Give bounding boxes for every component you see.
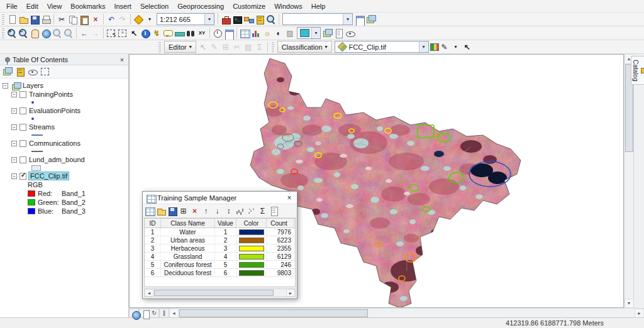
menu-file[interactable]: File (2, 1, 22, 11)
add-data-icon[interactable] (133, 14, 144, 25)
toolbar-grip[interactable] (158, 42, 161, 52)
table-row[interactable]: 3 Herbaceous 3 2355 (145, 244, 295, 253)
go-to-xy-icon[interactable]: XY (196, 28, 208, 39)
delete-icon[interactable]: × (90, 14, 101, 25)
list-by-selection-icon[interactable] (40, 66, 51, 77)
chevron-down-icon[interactable]: ▾ (311, 28, 320, 38)
dialog-title-bar[interactable]: Training Sample Manager × (143, 192, 297, 204)
add-basemap-icon[interactable] (365, 14, 377, 25)
time-slider-icon[interactable] (212, 28, 223, 39)
new-map-icon[interactable] (6, 14, 18, 25)
forward-extent-icon[interactable]: → (90, 28, 101, 39)
chevron-down-icon[interactable]: ▾ (204, 14, 214, 25)
class-color-swatch[interactable] (239, 238, 264, 243)
draw-polygon-sample-icon[interactable]: ✎ (439, 41, 450, 53)
catalog-window-icon[interactable] (254, 14, 265, 25)
table-row[interactable]: 5 Coniferous forest 5 246 (145, 261, 295, 269)
list-by-source-icon[interactable] (14, 66, 26, 77)
contrast-icon[interactable]: ◐ (273, 28, 284, 39)
layer-label[interactable]: EvaluationPoints (29, 107, 80, 114)
new-class-icon[interactable] (144, 205, 155, 216)
full-extent-icon[interactable] (40, 28, 52, 39)
expander-icon[interactable]: − (11, 173, 17, 179)
close-icon[interactable]: × (118, 55, 126, 64)
create-viewer-icon[interactable] (223, 28, 235, 39)
menu-edit[interactable]: Edit (22, 1, 43, 11)
menu-insert[interactable]: Insert (109, 1, 136, 11)
back-extent-icon[interactable]: ← (79, 28, 90, 39)
move-up-icon[interactable]: ↑ (201, 205, 211, 216)
scroll-left-icon[interactable]: ◄ (145, 289, 153, 297)
menu-help[interactable]: Help (307, 1, 330, 11)
cut-icon[interactable]: ✂ (56, 14, 67, 25)
pause-drawing-button[interactable]: ∥ (159, 309, 169, 318)
table-row[interactable]: 2 Urban areas 2 6223 (145, 236, 295, 244)
toolbar-grip[interactable] (272, 42, 274, 52)
layout-view-button[interactable] (139, 309, 149, 318)
split-tool-icon[interactable]: ✂ (231, 41, 243, 53)
scatterplot-icon[interactable] (246, 205, 257, 216)
python-window-icon[interactable]: >_ (231, 14, 243, 25)
find-icon[interactable] (185, 28, 196, 39)
layer-label[interactable]: Lund_adm_bound (29, 156, 85, 163)
viewer-window-icon[interactable] (354, 14, 365, 25)
list-by-visibility-icon[interactable] (27, 66, 38, 77)
table-row[interactable]: 1 Water 1 7976 (145, 228, 295, 236)
zoom-out-icon[interactable]: − (18, 28, 29, 39)
dialog-horizontal-scrollbar[interactable]: ◄ ► (144, 288, 296, 297)
pin-icon[interactable] (2, 55, 11, 64)
add-data-dropdown-icon[interactable]: ▾ (144, 14, 155, 25)
line-symbol[interactable] (31, 151, 43, 152)
save-icon[interactable] (29, 14, 40, 25)
undo-icon[interactable]: ↶ (106, 14, 117, 25)
identify-icon[interactable]: i (140, 28, 151, 39)
load-training-samples-icon[interactable] (155, 205, 166, 216)
menu-customize[interactable]: Customize (228, 1, 270, 11)
green-band-swatch[interactable] (28, 199, 35, 205)
classify-menu-icon[interactable]: ▾ (450, 41, 462, 53)
point-symbol[interactable] (31, 118, 34, 120)
training-sample-manager-icon[interactable] (430, 43, 439, 51)
menu-view[interactable]: View (43, 1, 67, 11)
menu-bookmarks[interactable]: Bookmarks (66, 1, 109, 11)
layer-checkbox[interactable] (19, 124, 26, 131)
catalog-tab[interactable]: Catalog (631, 56, 644, 85)
html-popup-icon[interactable] (162, 28, 174, 39)
menu-selection[interactable]: Selection (136, 1, 173, 11)
open-attribute-table-icon[interactable] (239, 28, 250, 39)
menu-geoprocessing[interactable]: Geoprocessing (173, 1, 228, 11)
point-symbol[interactable] (31, 101, 34, 104)
red-band-swatch[interactable] (28, 190, 35, 197)
layer-checkbox[interactable] (19, 91, 26, 98)
fixed-zoom-in-icon[interactable] (52, 28, 63, 39)
polygon-symbol[interactable] (31, 165, 41, 171)
sort-icon[interactable]: ↕ (223, 205, 234, 216)
data-view-button[interactable] (129, 309, 139, 318)
zoom-in-icon[interactable]: + (6, 28, 18, 39)
measure-icon[interactable] (174, 28, 185, 39)
layer-checkbox[interactable] (19, 107, 26, 114)
close-icon[interactable]: × (284, 194, 294, 202)
scroll-down-icon[interactable]: ▼ (625, 298, 634, 308)
edit-tool-icon[interactable]: ↖ (197, 41, 209, 53)
class-color-swatch[interactable] (239, 246, 264, 251)
layer-label[interactable]: Communications (29, 139, 80, 147)
statistics-icon[interactable]: Σ (257, 205, 268, 216)
redo-icon[interactable]: ↷ (117, 14, 128, 25)
pan-icon[interactable] (29, 28, 40, 39)
interactive-classify-icon[interactable]: ↖ (462, 41, 473, 53)
line-symbol[interactable] (31, 134, 43, 136)
copy-icon[interactable] (67, 14, 79, 25)
editor-dropdown[interactable]: Editor ▾ (164, 41, 196, 53)
expander-icon[interactable]: − (3, 83, 8, 89)
layer-label[interactable]: TrainingPoints (29, 90, 73, 98)
create-signature-file-icon[interactable] (269, 205, 279, 216)
scroll-left-icon[interactable]: ◄ (169, 309, 179, 318)
select-elements-icon[interactable]: ↖ (128, 28, 140, 39)
table-row[interactable]: 4 Grassland 4 6129 (145, 253, 295, 261)
create-features-icon[interactable]: ⊞ (220, 41, 231, 53)
toc-header[interactable]: Table Of Contents × (0, 54, 128, 65)
toolbar-grip[interactable] (2, 28, 4, 38)
map-scale-combo[interactable]: 1:212 665 ▾ (157, 13, 214, 25)
layer-label[interactable]: Streams (29, 123, 55, 131)
